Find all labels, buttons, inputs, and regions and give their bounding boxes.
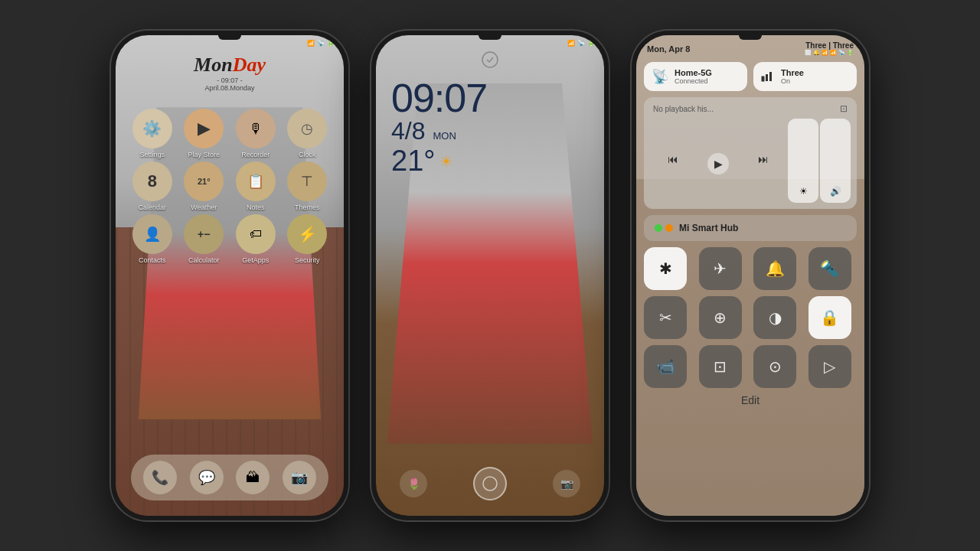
app-getapps[interactable]: 🏷 GetApps — [231, 214, 280, 264]
app-themes[interactable]: ⊤ Themes — [283, 161, 332, 211]
widget-logo: MonDay — [116, 54, 344, 75]
lock-checkmark — [376, 51, 604, 70]
play-button[interactable]: ▶ — [707, 153, 729, 174]
network-tiles: 📡 Home-5G Connected — [644, 62, 857, 91]
toggle-screenlock[interactable]: 🔒 — [808, 296, 851, 339]
app-clock[interactable]: ◷ Clock — [283, 109, 332, 158]
recorder-icon[interactable]: 🎙 — [236, 109, 276, 148]
edit-button[interactable]: Edit — [644, 394, 857, 406]
toggle-navigate[interactable]: ▷ — [808, 345, 851, 388]
prev-button[interactable]: ⏮ — [668, 153, 678, 174]
notes-icon[interactable]: 📋 — [236, 161, 276, 201]
widget-logo-day: Day — [233, 54, 266, 76]
volume-slider[interactable]: 🔊 — [820, 119, 851, 203]
toggle-flashlight[interactable]: 🔦 — [808, 247, 851, 290]
cast-icon[interactable]: ⊡ — [840, 103, 848, 114]
smarthub-tile[interactable]: Mi Smart Hub — [644, 215, 857, 241]
smarthub-name: Mi Smart Hub — [679, 223, 738, 233]
clock-widget: MonDay - 09:07 - April.08.Monday — [116, 48, 344, 95]
app-label-clock: Clock — [299, 151, 316, 158]
network-tile[interactable]: Three On — [753, 62, 857, 91]
playstore-icon[interactable]: ▶ — [184, 109, 224, 148]
widget-logo-mon: Mon — [194, 54, 233, 76]
weather-icon[interactable]: 21° — [184, 161, 224, 201]
svg-rect-4 — [769, 72, 772, 81]
app-label-contacts: Contacts — [139, 256, 166, 264]
contacts-icon[interactable]: 👤 — [132, 214, 172, 254]
security-icon[interactable]: ⚡ — [287, 214, 327, 254]
toggle-bluetooth[interactable]: ✱ — [644, 247, 687, 290]
dock-gallery[interactable]: 🏔 — [236, 461, 270, 494]
app-label-calculator: Calculator — [188, 256, 220, 264]
app-security[interactable]: ⚡ Security — [283, 214, 332, 264]
toggle-screenshot[interactable]: ✂ — [644, 296, 687, 339]
lock-status-bar: 📶 📡 🔋 — [376, 35, 604, 48]
brightness-slider[interactable]: ☀ — [788, 119, 818, 203]
media-top-bar: No playback his... ⊡ — [653, 103, 848, 114]
getapps-icon[interactable]: 🏷 — [236, 214, 276, 254]
themes-icon[interactable]: ⊤ — [287, 161, 327, 201]
toggle-airplane[interactable]: ✈ — [699, 247, 742, 290]
wifi-tile-icon: 📡 — [652, 68, 668, 85]
calendar-icon[interactable]: 8 — [132, 161, 172, 201]
toggle-notifications[interactable]: 🔔 — [753, 247, 796, 290]
toggle-contrast[interactable]: ◑ — [753, 296, 796, 339]
lock-wifi-icon: 📡 — [577, 40, 585, 47]
app-playstore[interactable]: ▶ Play Store — [180, 109, 229, 158]
dock-messages[interactable]: 💬 — [190, 461, 224, 494]
calculator-icon[interactable]: +− — [184, 214, 224, 254]
dock-camera[interactable]: 📷 — [283, 461, 316, 494]
wifi-tile[interactable]: 📡 Home-5G Connected — [644, 62, 747, 91]
app-label-calendar: Calendar — [138, 204, 166, 211]
app-weather[interactable]: 21° Weather — [180, 161, 229, 211]
network-status: On — [781, 77, 804, 85]
lock-temp-value: 21° — [391, 145, 435, 178]
media-controls: ⏮ ▶ ⏭ — [653, 147, 783, 174]
settings-icon[interactable]: ⚙️ — [132, 109, 172, 148]
lock-camera-btn[interactable]: 📷 — [553, 470, 580, 497]
dock-phone[interactable]: 📞 — [143, 461, 177, 494]
lock-signal-icon: 📶 — [567, 40, 575, 47]
ctrl-signal: 📶 — [822, 50, 828, 56]
app-settings[interactable]: ⚙️ Settings — [128, 109, 177, 158]
screen-record-status: ⬜ — [805, 50, 812, 56]
lock-time: 09:07 — [391, 78, 589, 118]
toggle-grid-2: ✂ ⊕ ◑ 🔒 — [644, 296, 857, 339]
lock-home-button[interactable] — [473, 467, 507, 500]
ctrl-battery: 🔋 — [847, 50, 854, 56]
clock-icon[interactable]: ◷ — [287, 109, 327, 148]
phone-home-screen: 📶 📡 🔋 MonDay - 09:07 - April.08.Monday ⚙… — [111, 31, 348, 520]
app-label-security: Security — [295, 256, 320, 264]
signal-icon: 📶 — [307, 40, 315, 47]
lock-battery-icon: 🔋 — [587, 40, 595, 47]
smarthub-dots — [655, 224, 673, 232]
app-calculator[interactable]: +− Calculator — [180, 214, 229, 264]
carrier-name: Three | Three — [805, 41, 854, 50]
app-label-settings: Settings — [139, 151, 165, 158]
toggle-video[interactable]: 📹 — [644, 345, 687, 388]
app-label-getapps: GetApps — [242, 256, 269, 264]
app-calendar[interactable]: 8 Calendar — [128, 161, 177, 211]
app-label-notes: Notes — [247, 204, 265, 211]
toggle-grid-1: ✱ ✈ 🔔 🔦 — [644, 247, 857, 290]
control-header: Mon, Apr 8 Three | Three ⬜ 🔔 📶 📶 📡 🔋 — [636, 35, 864, 59]
toggle-cast[interactable]: ⊡ — [699, 345, 742, 388]
phone-lock-screen: 📶 📡 🔋 09:07 4/8 MON 21° ☀ — [371, 31, 609, 520]
lock-clock-widget: 09:07 4/8 MON 21° ☀ — [376, 70, 604, 178]
widget-date: April.08.Monday — [116, 84, 344, 92]
wifi-status: Connected — [675, 77, 712, 85]
dot-orange — [665, 224, 673, 232]
next-button[interactable]: ⏭ — [758, 153, 769, 174]
lock-flower-btn[interactable]: 🌷 — [400, 470, 427, 497]
toggle-location[interactable]: ⊙ — [753, 345, 796, 388]
toggle-screenrecord[interactable]: ⊕ — [699, 296, 742, 339]
no-playback-text: No playback his... — [653, 105, 714, 113]
app-contacts[interactable]: 👤 Contacts — [128, 214, 177, 264]
battery-icon: 🔋 — [327, 40, 335, 47]
app-notes[interactable]: 📋 Notes — [231, 161, 280, 211]
dock: 📞 💬 🏔 📷 — [131, 455, 328, 500]
ctrl-signal2: 📶 — [830, 50, 837, 56]
app-recorder[interactable]: 🎙 Recorder — [231, 109, 280, 158]
lock-temperature: 21° ☀ — [391, 145, 589, 178]
toggle-grid-3: 📹 ⊡ ⊙ ▷ — [644, 345, 857, 388]
